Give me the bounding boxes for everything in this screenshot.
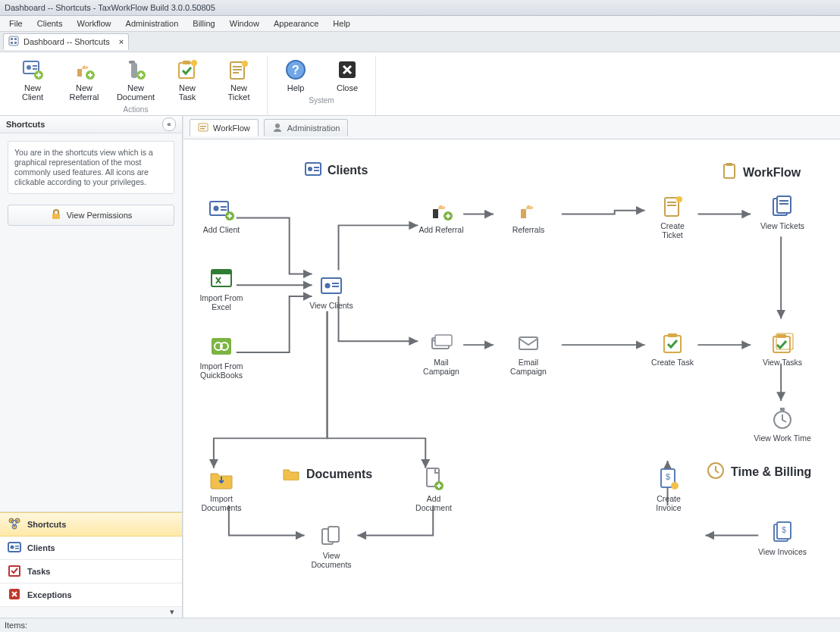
node-import-quickbooks[interactable]: Import From QuickBooks	[191, 333, 252, 380]
svg-rect-80	[780, 408, 785, 411]
sidebar: Shortcuts « You are in the shortcuts vie…	[0, 116, 183, 618]
menu-help[interactable]: Help	[327, 16, 356, 31]
node-view-work-time[interactable]: View Work Time	[752, 405, 813, 443]
section-title-clients: Clients	[305, 162, 368, 179]
tab-workflow[interactable]: WorkFlow	[190, 119, 259, 136]
new-referral-label: New Referral	[69, 83, 99, 102]
node-create-ticket[interactable]: Create Ticket	[642, 192, 703, 239]
sidebar-title: Shortcuts	[6, 120, 45, 129]
sidebar-nav: Shortcuts Clients Tasks Exceptions ▾	[0, 512, 182, 618]
close-label: Close	[337, 83, 358, 92]
node-label: Import From QuickBooks	[199, 361, 243, 380]
menu-workflow[interactable]: Workflow	[71, 16, 117, 31]
sidebar-item-label: Clients	[27, 543, 55, 552]
sidebar-item-label: Shortcuts	[27, 520, 66, 529]
section-title-clients-label: Clients	[328, 164, 368, 177]
new-referral-button[interactable]: New Referral	[62, 55, 106, 104]
section-title-time-billing: Time & Billing	[707, 461, 811, 483]
svg-point-38	[275, 124, 280, 128]
node-view-tickets[interactable]: View Tickets	[752, 192, 813, 230]
menu-administration[interactable]: Administration	[120, 16, 185, 31]
svg-rect-68	[667, 205, 676, 206]
task-add-icon	[659, 329, 686, 356]
new-ticket-button[interactable]: New Ticket	[217, 55, 261, 104]
new-document-button[interactable]: New Document	[114, 55, 158, 104]
tickets-icon	[769, 192, 796, 220]
workflow-tab-icon	[198, 122, 208, 134]
sidebar-item-exceptions[interactable]: Exceptions	[0, 584, 182, 607]
svg-rect-4	[14, 42, 17, 44]
menu-clients[interactable]: Clients	[31, 16, 69, 31]
document-tab-shortcuts[interactable]: Dashboard -- Shortcuts ×	[3, 33, 129, 50]
svg-rect-52	[212, 270, 231, 274]
svg-rect-35	[199, 124, 208, 131]
new-task-label: New Task	[179, 83, 196, 102]
mail-icon	[428, 329, 455, 356]
node-label: View Tasks	[763, 358, 802, 367]
node-label: Email Campaign	[510, 358, 547, 376]
svg-rect-84	[328, 527, 339, 542]
node-import-documents[interactable]: Import Documents	[191, 465, 252, 512]
svg-text:?: ?	[292, 64, 299, 77]
svg-rect-29	[8, 543, 20, 552]
node-add-document[interactable]: Add Document	[403, 465, 464, 512]
node-label: View Documents	[311, 551, 351, 569]
node-mail-campaign[interactable]: Mail Campaign	[411, 329, 472, 376]
invoice-add-icon: $	[655, 465, 682, 493]
sidebar-item-tasks[interactable]: Tasks	[0, 560, 182, 584]
svg-rect-59	[332, 286, 339, 287]
node-label: View Work Time	[754, 433, 810, 443]
node-label: Add Referral	[419, 225, 464, 234]
new-client-button[interactable]: New Client	[11, 55, 55, 104]
node-import-excel[interactable]: Import From Excel	[191, 264, 252, 311]
menu-billing[interactable]: Billing	[186, 16, 221, 31]
sidebar-header: Shortcuts «	[0, 116, 182, 133]
view-permissions-button[interactable]: View Permissions	[8, 205, 174, 226]
svg-rect-2	[14, 38, 17, 40]
svg-text:$: $	[666, 472, 670, 481]
node-add-referral[interactable]: Add Referral	[411, 196, 472, 234]
svg-rect-19	[233, 69, 242, 70]
svg-point-87	[671, 482, 679, 490]
svg-point-47	[214, 206, 219, 211]
svg-rect-66	[665, 198, 679, 216]
sidebar-item-shortcuts[interactable]: Shortcuts	[0, 512, 182, 537]
menu-window[interactable]: Window	[224, 16, 265, 31]
referrals-icon	[515, 196, 542, 224]
collapse-sidebar-button[interactable]: «	[162, 117, 176, 131]
menu-file[interactable]: File	[3, 16, 29, 31]
stopwatch-icon	[769, 405, 796, 432]
node-view-invoices[interactable]: $ View Invoices	[752, 518, 813, 556]
menu-bar: File Clients Workflow Administration Bil…	[0, 16, 840, 32]
node-view-documents[interactable]: View Documents	[301, 522, 362, 569]
sidebar-item-clients[interactable]: Clients	[0, 537, 182, 560]
workflow-canvas[interactable]: Clients WorkFlow Documents Time & Billin…	[183, 139, 840, 618]
title-bar: Dashboard -- Shortcuts - TaxWorkFlow Bui…	[0, 0, 840, 16]
node-create-invoice[interactable]: $ Create Invoice	[638, 465, 699, 512]
menu-appearance[interactable]: Appearance	[268, 16, 324, 31]
tab-administration[interactable]: Administration	[264, 119, 349, 136]
node-email-campaign[interactable]: Email Campaign	[498, 329, 559, 376]
ribbon-group-system-title: System	[309, 96, 334, 105]
node-create-task[interactable]: Create Task	[642, 329, 703, 367]
svg-rect-73	[779, 203, 788, 205]
new-task-button[interactable]: New Task	[165, 55, 209, 104]
svg-point-57	[325, 283, 331, 289]
node-referrals[interactable]: Referrals	[498, 196, 559, 234]
new-document-label: New Document	[117, 83, 155, 102]
node-view-tasks[interactable]: View Tasks	[752, 329, 813, 367]
node-add-client[interactable]: Add Client	[191, 196, 252, 234]
close-button[interactable]: Close	[325, 55, 369, 95]
svg-rect-18	[233, 66, 242, 67]
node-view-clients[interactable]: View Clients	[301, 272, 362, 310]
tasks-view-icon	[769, 329, 796, 356]
help-button[interactable]: ? Help	[274, 55, 318, 95]
sidebar-nav-toggle[interactable]: ▾	[0, 607, 182, 618]
ribbon-group-actions: New Client New Referral New Document New…	[5, 55, 268, 115]
document-add-icon	[124, 58, 148, 82]
admin-tab-icon	[272, 122, 283, 134]
node-label: Import From Excel	[199, 293, 243, 311]
close-tab-icon[interactable]: ×	[119, 37, 124, 46]
svg-point-16	[191, 60, 197, 66]
svg-rect-64	[435, 335, 452, 346]
